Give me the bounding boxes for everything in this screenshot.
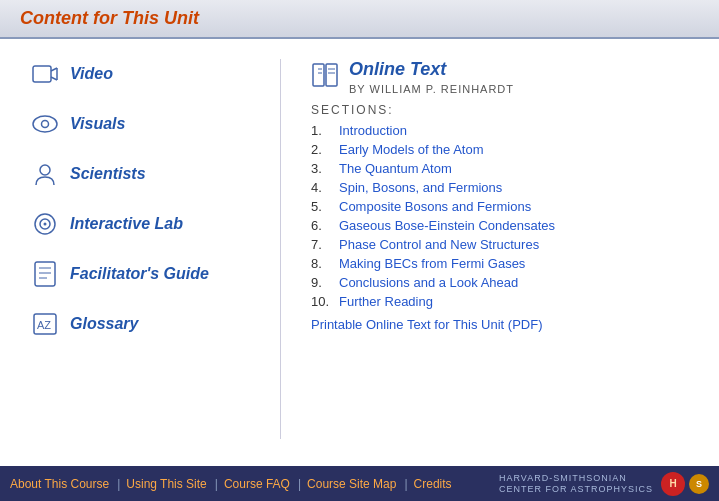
harvard-emblem: H [661,472,685,496]
footer-link-course-site-map[interactable]: Course Site Map [307,477,396,491]
svg-text:AZ: AZ [37,319,51,331]
section-link-further-reading[interactable]: Further Reading [339,294,433,309]
section-link-early-models[interactable]: Early Models of the Atom [339,142,484,157]
section-link-spin[interactable]: Spin, Bosons, and Fermions [339,180,502,195]
sections-label: SECTIONS: [311,103,689,117]
facilitators-guide-label: Facilitator's Guide [70,265,209,283]
svg-rect-0 [33,66,51,82]
svg-line-2 [51,77,57,80]
facilitators-guide-icon [30,259,60,289]
footer-link-course-faq[interactable]: Course FAQ [224,477,290,491]
svg-point-4 [33,116,57,132]
online-text-section: Online Text BY WILLIAM P. REINHARDT SECT… [280,59,689,439]
footer-link-credits[interactable]: Credits [414,477,452,491]
list-item: 7. Phase Control and New Structures [311,237,689,252]
footer-link-using-this-site[interactable]: Using This Site [126,477,206,491]
section-link-quantum-atom[interactable]: The Quantum Atom [339,161,452,176]
printable-link-container: Printable Online Text for This Unit (PDF… [311,317,689,332]
printable-pdf-link[interactable]: Printable Online Text for This Unit (PDF… [311,317,542,332]
section-link-gaseous[interactable]: Gaseous Bose-Einstein Condensates [339,218,555,233]
nav-item-video[interactable]: Video [30,59,260,89]
video-label: Video [70,65,113,83]
online-text-title: Online Text [349,59,514,80]
smithsonian-emblem: S [689,474,709,494]
list-item: 4. Spin, Bosons, and Fermions [311,180,689,195]
svg-point-6 [40,165,50,175]
nav-item-facilitators-guide[interactable]: Facilitator's Guide [30,259,260,289]
section-link-making-becs[interactable]: Making BECs from Fermi Gases [339,256,525,271]
left-nav: Video Visuals Scientists [30,59,280,439]
online-text-header: Online Text BY WILLIAM P. REINHARDT [311,59,689,95]
harvard-line1: HARVARD-SMITHSONIAN [499,473,653,484]
section-link-composite[interactable]: Composite Bosons and Fermions [339,199,531,214]
interactive-lab-icon [30,209,60,239]
nav-item-visuals[interactable]: Visuals [30,109,260,139]
list-item: 8. Making BECs from Fermi Gases [311,256,689,271]
harvard-logo: HARVARD-SMITHSONIAN CENTER FOR ASTROPHYS… [499,472,709,496]
page-title: Content for This Unit [20,8,199,28]
svg-rect-10 [35,262,55,286]
list-item: 1. Introduction [311,123,689,138]
scientists-label: Scientists [70,165,146,183]
footer-link-about-this-course[interactable]: About This Course [10,477,109,491]
page-header: Content for This Unit [0,0,719,39]
visuals-icon [30,109,60,139]
online-text-info: Online Text BY WILLIAM P. REINHARDT [349,59,514,95]
video-icon [30,59,60,89]
list-item: 6. Gaseous Bose-Einstein Condensates [311,218,689,233]
main-content: Video Visuals Scientists [0,39,719,459]
list-item: 9. Conclusions and a Look Ahead [311,275,689,290]
section-link-phase-control[interactable]: Phase Control and New Structures [339,237,539,252]
section-list: 1. Introduction 2. Early Models of the A… [311,123,689,309]
svg-rect-16 [313,64,324,86]
svg-point-5 [42,121,49,128]
list-item: 5. Composite Bosons and Fermions [311,199,689,214]
section-link-introduction[interactable]: Introduction [339,123,407,138]
list-item: 10. Further Reading [311,294,689,309]
harvard-text-block: HARVARD-SMITHSONIAN CENTER FOR ASTROPHYS… [499,473,653,495]
list-item: 3. The Quantum Atom [311,161,689,176]
section-link-conclusions[interactable]: Conclusions and a Look Ahead [339,275,518,290]
nav-item-glossary[interactable]: AZ Glossary [30,309,260,339]
glossary-label: Glossary [70,315,138,333]
scientists-icon [30,159,60,189]
footer-nav: About This Course | Using This Site | Co… [0,466,719,501]
interactive-lab-label: Interactive Lab [70,215,183,233]
glossary-icon: AZ [30,309,60,339]
nav-item-scientists[interactable]: Scientists [30,159,260,189]
svg-line-1 [51,68,57,71]
book-icon [311,61,339,95]
svg-point-9 [44,223,47,226]
list-item: 2. Early Models of the Atom [311,142,689,157]
svg-rect-17 [326,64,337,86]
visuals-label: Visuals [70,115,125,133]
nav-item-interactive-lab[interactable]: Interactive Lab [30,209,260,239]
harvard-line2: CENTER FOR ASTROPHYSICS [499,484,653,495]
by-author: BY WILLIAM P. REINHARDT [349,83,514,95]
